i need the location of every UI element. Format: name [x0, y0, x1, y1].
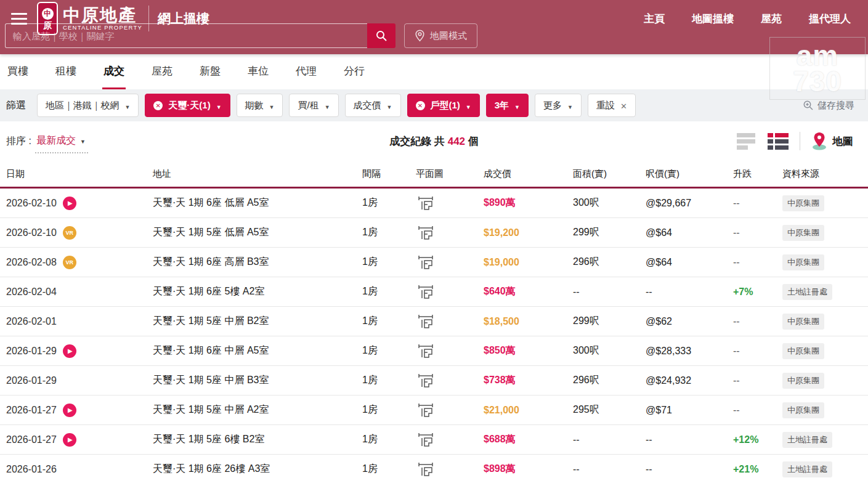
- detail-view-toggle[interactable]: [768, 133, 789, 150]
- source-badge: 中原集團: [782, 402, 824, 418]
- tab-agents[interactable]: 代理: [294, 54, 318, 89]
- filter-years-chip[interactable]: 3年: [486, 94, 529, 117]
- cell-address[interactable]: 天璽·天 1期 5座 中層 B3室: [153, 374, 362, 387]
- table-row[interactable]: 2026-02-04天璽·天 1期 6座 5樓 A2室1房$640萬----+7…: [0, 277, 868, 307]
- table-row[interactable]: 2026-02-01天璽·天 1期 5座 中層 B2室1房$18,500299呎…: [0, 307, 868, 336]
- tab-transactions[interactable]: 成交: [102, 54, 126, 89]
- cell-change: +12%: [733, 434, 782, 445]
- cell-address[interactable]: 天璽·天 1期 6座 高層 B3室: [153, 256, 362, 269]
- close-icon: [620, 100, 627, 111]
- filter-buy-rent-dropdown[interactable]: 買/租: [289, 94, 338, 117]
- nav-map-search[interactable]: 地圖搵樓: [692, 12, 734, 26]
- cell-address[interactable]: 天璽·天 1期 5座 6樓 B2室: [153, 433, 362, 446]
- table-row[interactable]: 2026-01-29天璽·天 1期 5座 中層 B3室1房$738萬296呎@$…: [0, 366, 868, 396]
- cell-area: 299呎: [573, 226, 646, 239]
- brand-name-cn: 中原地產: [63, 6, 142, 24]
- map-mode-button[interactable]: 地圖模式: [404, 23, 477, 48]
- cell-date: 2026-01-26: [6, 464, 153, 475]
- search-input[interactable]: [5, 23, 367, 48]
- cell-floorplan[interactable]: [416, 314, 484, 329]
- filter-price-dropdown[interactable]: 成交價: [345, 94, 401, 117]
- floor-plan-icon[interactable]: [417, 225, 434, 240]
- cell-source: 中原集團: [782, 343, 862, 359]
- cell-floorplan[interactable]: [416, 225, 484, 240]
- video-badge[interactable]: ▶: [63, 433, 76, 447]
- nav-estates[interactable]: 屋苑: [761, 12, 782, 26]
- nav-find-agent[interactable]: 搵代理人: [809, 12, 851, 26]
- date-text: 2026-02-10: [6, 227, 57, 238]
- floor-plan-icon[interactable]: [417, 255, 434, 270]
- floor-plan-icon[interactable]: [417, 196, 434, 211]
- sort-dropdown[interactable]: 最新成交: [35, 133, 88, 153]
- cell-floorplan[interactable]: [416, 403, 484, 418]
- cell-source: 中原集團: [782, 402, 862, 418]
- cell-address[interactable]: 天璽·天 1期 5座 中層 B2室: [153, 315, 362, 328]
- toolbar-divider: [800, 132, 800, 150]
- cell-address[interactable]: 天璽·天 1期 6座 中層 A5室: [153, 344, 362, 357]
- tab-estates[interactable]: 屋苑: [150, 54, 174, 89]
- floor-plan-icon[interactable]: [417, 285, 434, 299]
- filter-buy-rent-label: 買/租: [298, 100, 318, 112]
- source-badge: 土地註冊處: [782, 432, 832, 448]
- cell-floorplan[interactable]: [416, 196, 484, 211]
- cell-date: 2026-02-08VR: [6, 256, 153, 269]
- cell-address[interactable]: 天璽·天 1期 6座 26樓 A3室: [153, 463, 362, 476]
- reset-filters-button[interactable]: 重設: [588, 94, 636, 117]
- tab-carpark[interactable]: 車位: [246, 54, 270, 89]
- table-row[interactable]: 2026-01-27▶天璽·天 1期 5座 6樓 B2室1房$688萬----+…: [0, 425, 868, 455]
- table-row[interactable]: 2026-01-26天璽·天 1期 6座 26樓 A3室1房$898萬----+…: [0, 455, 868, 483]
- table-row[interactable]: 2026-01-29▶天璽·天 1期 6座 中層 A5室1房$850萬300呎@…: [0, 336, 868, 366]
- cell-floorplan[interactable]: [416, 285, 484, 299]
- chevron-down-icon: [325, 100, 330, 111]
- filter-bar: 篩選 地區｜港鐵｜校網 天璽·天(1) 期數 買/租 成交價 戶型(1): [0, 89, 868, 121]
- remove-filter-icon[interactable]: [416, 101, 425, 110]
- filter-phase-dropdown[interactable]: 期數: [237, 94, 283, 117]
- menu-icon[interactable]: [11, 13, 27, 25]
- table-row[interactable]: 2026-01-27▶天璽·天 1期 5座 中層 A2室1房$21,000295…: [0, 396, 868, 425]
- cell-date: 2026-02-10VR: [6, 226, 153, 240]
- nav-home[interactable]: 主頁: [644, 12, 665, 26]
- cell-date: 2026-01-29: [6, 375, 153, 386]
- filter-estate-chip[interactable]: 天璽·天(1): [145, 94, 230, 117]
- tab-buy[interactable]: 買樓: [6, 54, 30, 89]
- date-text: 2026-02-01: [6, 316, 57, 327]
- cell-floorplan[interactable]: [416, 432, 484, 447]
- remove-filter-icon[interactable]: [153, 101, 163, 110]
- tab-rent[interactable]: 租樓: [54, 54, 78, 89]
- video-badge[interactable]: ▶: [63, 344, 76, 358]
- cell-floorplan[interactable]: [416, 344, 484, 359]
- floor-plan-icon[interactable]: [417, 403, 434, 418]
- table-row[interactable]: 2026-02-10VR天璽·天 1期 5座 低層 A5室1房$19,20029…: [0, 218, 868, 248]
- floor-plan-icon[interactable]: [417, 344, 434, 359]
- filter-more-dropdown[interactable]: 更多: [535, 94, 582, 117]
- floor-plan-icon[interactable]: [417, 432, 434, 447]
- cell-floorplan[interactable]: [416, 462, 484, 477]
- cell-area: 300呎: [573, 197, 646, 209]
- cell-floorplan[interactable]: [416, 373, 484, 388]
- date-text: 2026-02-10: [6, 198, 57, 209]
- cell-floorplan[interactable]: [416, 255, 484, 270]
- filter-district-dropdown[interactable]: 地區｜港鐵｜校網: [37, 94, 139, 117]
- cell-address[interactable]: 天璽·天 1期 6座 5樓 A2室: [153, 285, 362, 298]
- cell-address[interactable]: 天璽·天 1期 6座 低層 A5室: [153, 197, 362, 209]
- floor-plan-icon[interactable]: [417, 314, 434, 329]
- table-row[interactable]: 2026-02-10▶天璽·天 1期 6座 低層 A5室1房$890萬300呎@…: [0, 189, 868, 218]
- chevron-down-icon: [466, 100, 471, 111]
- filter-unit-type-chip[interactable]: 戶型(1): [407, 94, 480, 117]
- tab-branches[interactable]: 分行: [343, 54, 366, 89]
- vr-badge[interactable]: VR: [63, 256, 76, 269]
- cell-layout: 1房: [362, 256, 416, 269]
- tab-new-developments[interactable]: 新盤: [198, 54, 222, 89]
- map-view-button[interactable]: 地圖: [811, 132, 853, 150]
- cell-address[interactable]: 天璽·天 1期 5座 低層 A5室: [153, 226, 362, 239]
- table-row[interactable]: 2026-02-08VR天璽·天 1期 6座 高層 B3室1房$19,00029…: [0, 248, 868, 277]
- floor-plan-icon[interactable]: [417, 462, 434, 477]
- save-search-button[interactable]: 儲存搜尋: [803, 100, 854, 112]
- video-badge[interactable]: ▶: [63, 404, 76, 417]
- vr-badge[interactable]: VR: [63, 226, 76, 240]
- floor-plan-icon[interactable]: [417, 373, 434, 388]
- list-view-toggle[interactable]: [737, 133, 756, 150]
- search-button[interactable]: [367, 23, 395, 48]
- cell-address[interactable]: 天璽·天 1期 5座 中層 A2室: [153, 404, 362, 416]
- video-badge[interactable]: ▶: [63, 197, 76, 210]
